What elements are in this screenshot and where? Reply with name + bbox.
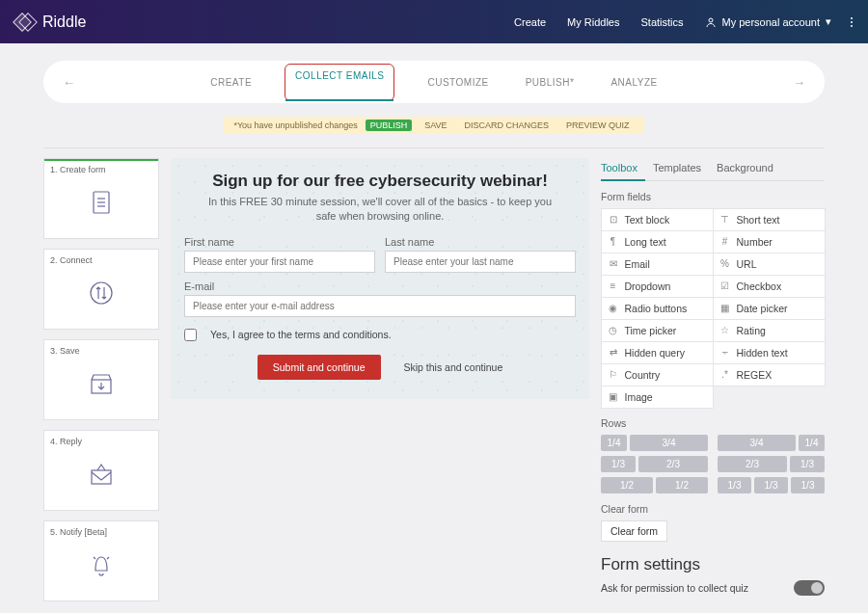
form-title: Sign up for our free cybersecurity webin… xyxy=(180,172,580,191)
rows-label: Rows xyxy=(601,417,825,429)
form-subtitle: In this FREE 30 minute session, we'll co… xyxy=(180,195,580,232)
row-1-3c[interactable]: 1/3 xyxy=(718,477,751,493)
step-customize[interactable]: CUSTOMIZE xyxy=(423,64,492,101)
sidebar-step-notify[interactable]: 5. Notify [Beta] xyxy=(43,520,159,601)
country-icon: ⚐ xyxy=(608,369,619,380)
sidebar-step-connect[interactable]: 2. Connect xyxy=(43,249,159,330)
terms-label: Yes, I agree to the terms and conditions… xyxy=(210,329,392,340)
dropdown-icon: ≡ xyxy=(608,280,619,291)
step-publish[interactable]: PUBLISH* xyxy=(522,64,579,101)
row-3-4b[interactable]: 3/4 xyxy=(718,435,796,451)
hidden-text-icon: ⫟ xyxy=(719,347,731,358)
step-analyze[interactable]: ANALYZE xyxy=(607,64,661,101)
field-long-text[interactable]: ¶Long text xyxy=(601,230,714,253)
user-icon xyxy=(705,16,717,28)
field-dropdown[interactable]: ≡Dropdown xyxy=(601,275,714,298)
row-1-3b[interactable]: 1/3 xyxy=(790,456,825,472)
logo[interactable]: Riddle xyxy=(15,13,86,31)
tab-templates[interactable]: Templates xyxy=(653,158,701,180)
document-icon xyxy=(50,178,152,227)
field-url[interactable]: %URL xyxy=(713,253,826,276)
first-name-input[interactable] xyxy=(184,251,375,273)
checkbox-icon: ☑ xyxy=(719,280,731,291)
kebab-menu[interactable] xyxy=(851,17,853,27)
tab-background[interactable]: Background xyxy=(717,158,773,180)
row-1-2[interactable]: 1/2 xyxy=(601,477,653,493)
field-hidden-query[interactable]: ⇄Hidden query xyxy=(601,341,714,364)
row-2-3[interactable]: 2/3 xyxy=(638,456,708,472)
nav-statistics[interactable]: Statistics xyxy=(640,16,683,28)
regex-icon: .* xyxy=(719,369,731,380)
nav-my-riddles[interactable]: My Riddles xyxy=(567,16,619,28)
publish-button[interactable]: PUBLISH xyxy=(366,120,413,131)
skip-link[interactable]: Skip this and continue xyxy=(404,361,503,373)
discard-button[interactable]: DISCARD CHANGES xyxy=(460,120,555,131)
field-radio[interactable]: ◉Radio buttons xyxy=(601,297,714,320)
steps-next[interactable]: → xyxy=(793,75,805,90)
field-date[interactable]: ▦Date picker xyxy=(713,297,826,320)
text-block-icon: ⊡ xyxy=(608,214,619,225)
svg-line-8 xyxy=(94,557,95,559)
tab-toolbox[interactable]: Toolbox xyxy=(601,158,637,180)
step-collect-emails[interactable]: COLLECT EMAILS xyxy=(285,64,394,101)
field-time[interactable]: ◷Time picker xyxy=(601,319,714,342)
field-text-block[interactable]: ⊡Text block xyxy=(601,208,714,231)
sync-icon xyxy=(50,269,152,317)
row-3-4[interactable]: 3/4 xyxy=(630,435,708,451)
terms-checkbox[interactable] xyxy=(184,329,197,341)
row-2-3b[interactable]: 2/3 xyxy=(718,456,787,472)
nav-account[interactable]: My personal account ▾ xyxy=(705,15,832,28)
url-icon: % xyxy=(719,258,731,269)
field-checkbox[interactable]: ☑Checkbox xyxy=(713,275,826,298)
field-short-text[interactable]: ⊤Short text xyxy=(713,208,826,231)
time-icon: ◷ xyxy=(608,325,619,335)
email-input[interactable] xyxy=(184,295,576,317)
step-create[interactable]: CREATE xyxy=(206,64,256,101)
image-icon: ▣ xyxy=(608,391,619,402)
form-settings-title: Form settings xyxy=(601,555,825,574)
row-1-3[interactable]: 1/3 xyxy=(601,456,636,472)
field-regex[interactable]: .*REGEX xyxy=(713,363,826,386)
permission-label: Ask for permission to collect quiz xyxy=(601,582,748,594)
field-rating[interactable]: ☆Rating xyxy=(713,319,826,342)
envelope-reply-icon xyxy=(50,450,152,498)
permission-toggle[interactable] xyxy=(794,580,825,596)
row-1-3e[interactable]: 1/3 xyxy=(791,477,825,493)
chevron-down-icon: ▾ xyxy=(826,15,831,28)
clear-form-button[interactable]: Clear form xyxy=(601,520,667,542)
sidebar-step-reply[interactable]: 4. Reply xyxy=(43,430,159,511)
unpublished-banner: *You have unpublished changes PUBLISH SA… xyxy=(224,117,643,134)
form-preview: Sign up for our free cybersecurity webin… xyxy=(171,158,589,399)
svg-line-9 xyxy=(107,557,109,559)
box-download-icon xyxy=(50,360,152,408)
sidebar-step-create-form[interactable]: 1. Create form xyxy=(43,158,159,239)
hidden-query-icon: ⇄ xyxy=(608,347,619,358)
steps-prev[interactable]: ← xyxy=(63,75,75,90)
field-country[interactable]: ⚐Country xyxy=(601,363,714,386)
row-1-4[interactable]: 1/4 xyxy=(601,435,627,451)
form-fields-label: Form fields xyxy=(601,191,825,202)
email-icon: ✉ xyxy=(608,258,619,269)
nav-create[interactable]: Create xyxy=(514,16,546,28)
field-email[interactable]: ✉Email xyxy=(601,253,714,276)
sidebar-step-save[interactable]: 3. Save xyxy=(43,339,159,420)
preview-button[interactable]: PREVIEW QUIZ xyxy=(561,120,635,131)
long-text-icon: ¶ xyxy=(608,236,619,247)
last-name-label: Last name xyxy=(385,236,576,248)
save-button[interactable]: SAVE xyxy=(420,120,451,131)
row-1-4b[interactable]: 1/4 xyxy=(799,435,825,451)
number-icon: # xyxy=(719,236,731,247)
logo-icon xyxy=(15,13,37,31)
bell-icon xyxy=(50,541,152,589)
wizard-steps: ← CREATE COLLECT EMAILS CUSTOMIZE PUBLIS… xyxy=(43,61,825,103)
clear-form-label: Clear form xyxy=(601,503,825,515)
field-image[interactable]: ▣Image xyxy=(601,386,714,409)
last-name-input[interactable] xyxy=(385,251,576,273)
field-number[interactable]: #Number xyxy=(713,230,826,253)
row-1-2b[interactable]: 1/2 xyxy=(656,477,708,493)
field-hidden-text[interactable]: ⫟Hidden text xyxy=(713,341,826,364)
email-label: E-mail xyxy=(184,280,576,292)
row-1-3d[interactable]: 1/3 xyxy=(754,477,788,493)
submit-button[interactable]: Submit and continue xyxy=(258,355,381,380)
first-name-label: First name xyxy=(184,236,375,248)
